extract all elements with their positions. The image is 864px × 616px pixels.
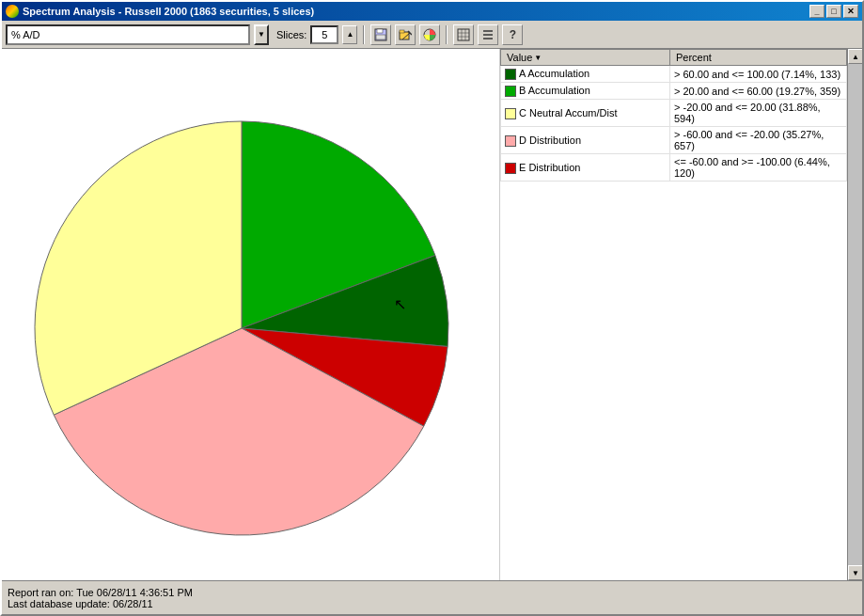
right-panel: Value ▼ Percent A Accumulation> 60.00 an… [499,49,847,580]
color-swatch [505,163,516,174]
col-percent-header[interactable]: Percent [670,50,847,66]
open-icon[interactable] [395,24,416,45]
chart-area: ↖ [2,49,499,580]
legend-range: > 60.00 and <= 100.00 (7.14%, 133) [670,66,847,83]
toolbar: % A/D ▼ Slices: 5 ▲ [2,21,862,49]
legend-label: C Neutral Accum/Dist [519,107,618,118]
legend-row: B Accumulation> 20.00 and <= 60.00 (19.2… [501,83,847,100]
color-swatch [505,135,516,147]
app-icon [6,5,19,18]
pie-chart-icon[interactable] [419,24,440,45]
legend-range: > -60.00 and <= -20.00 (35.27%, 657) [670,127,847,154]
scroll-track[interactable] [848,64,862,565]
legend-row: E Distribution<= -60.00 and >= -100.00 (… [501,154,847,182]
maximize-button[interactable]: □ [826,5,841,18]
cursor-indicator: ↖ [394,296,406,312]
svg-rect-4 [400,30,404,33]
status-line1: Report ran on: Tue 06/28/11 4:36:51 PM [8,587,856,598]
grid-icon[interactable] [453,24,474,45]
legend-label: B Accumulation [519,85,590,96]
legend-row: D Distribution> -60.00 and <= -20.00 (35… [501,127,847,154]
scroll-up-button[interactable]: ▲ [848,49,862,64]
analysis-dropdown[interactable]: % A/D [6,24,250,45]
title-bar: Spectrum Analysis - Russell 2000 (1863 s… [2,2,862,21]
legend-label: D Distribution [519,134,581,146]
slices-input[interactable]: 5 [310,25,338,44]
legend-label: E Distribution [519,162,580,173]
slices-label: Slices: [276,29,306,40]
legend-table: Value ▼ Percent A Accumulation> 60.00 an… [500,49,847,182]
svg-rect-1 [377,29,383,33]
help-icon[interactable]: ? [502,24,523,45]
legend-label-cell: C Neutral Accum/Dist [501,100,670,127]
legend-label-cell: E Distribution [501,154,670,182]
legend-row: C Neutral Accum/Dist> -20.00 and <= 20.0… [501,100,847,127]
sort-icon: ▼ [534,54,542,62]
dropdown-value: % A/D [11,29,40,40]
scrollbar: ▲ ▼ [847,49,862,580]
dropdown-arrow[interactable]: ▼ [254,24,269,45]
color-swatch [505,69,516,80]
scroll-down-button[interactable]: ▼ [848,565,862,580]
svg-rect-2 [376,35,385,39]
status-line2: Last database update: 06/28/11 [8,598,856,609]
pie-container: ↖ [21,74,481,556]
status-bar: Report ran on: Tue 06/28/11 4:36:51 PM L… [2,580,862,614]
window-title: Spectrum Analysis - Russell 2000 (1863 s… [23,6,314,17]
toolbar-separator-2 [446,25,448,44]
close-button[interactable]: ✕ [843,5,858,18]
col-value-header[interactable]: Value ▼ [501,50,670,66]
legend-label-cell: D Distribution [501,127,670,154]
toolbar-separator-1 [363,25,365,44]
legend-range: > -20.00 and <= 20.00 (31.88%, 594) [670,100,847,127]
slices-increment[interactable]: ▲ [342,25,357,44]
legend-label: A Accumulation [519,68,589,79]
save-icon[interactable] [370,24,391,45]
list-icon[interactable] [478,24,498,45]
main-window: Spectrum Analysis - Russell 2000 (1863 s… [0,0,864,616]
legend-label-cell: B Accumulation [501,83,670,100]
legend-range: <= -60.00 and >= -100.00 (6.44%, 120) [670,154,847,182]
color-swatch [505,108,516,119]
svg-rect-8 [458,29,469,40]
legend-label-cell: A Accumulation [501,66,670,83]
minimize-button[interactable]: _ [809,5,825,18]
title-buttons: _ □ ✕ [809,5,858,18]
legend-range: > 20.00 and <= 60.00 (19.27%, 359) [670,83,847,100]
title-bar-left: Spectrum Analysis - Russell 2000 (1863 s… [6,5,314,18]
color-swatch [505,86,516,97]
legend-row: A Accumulation> 60.00 and <= 100.00 (7.1… [501,66,847,83]
